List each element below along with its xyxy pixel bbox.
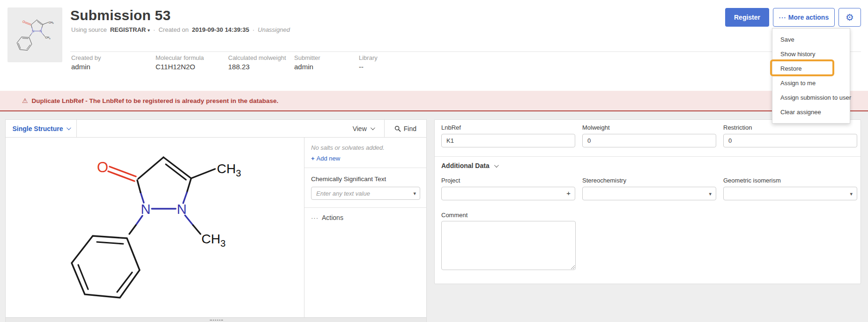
salts-note: No salts or solvates added. [311,144,426,151]
add-new-link[interactable]: + Add new [311,155,426,162]
header: Submission 53 Using source REGISTRAR ▾ ·… [0,0,868,91]
warning-text: Duplicate LnbRef - The LnbRef to be regi… [32,97,279,104]
separator-dot: · [153,26,155,33]
menu-item-save[interactable]: Save [772,32,850,47]
field-molweight: Molweight [582,124,716,147]
tab-single-structure[interactable]: Single Structure [6,120,77,137]
stereochemistry-select[interactable]: ▾ [582,187,716,200]
more-actions-button[interactable]: ···More actions [773,8,835,27]
menu-item-restore[interactable]: Restore [772,61,850,76]
lnbref-input[interactable] [442,134,575,147]
warning-icon: ⚠ [22,97,28,104]
meta-molecular-formula: Molecular formula C11H12N2O [156,54,228,71]
comment-textarea[interactable] [441,221,576,270]
drag-handle-icon[interactable] [210,320,223,321]
actions-button[interactable]: ··· Actions [311,214,426,221]
fields-row-2: Project + Stereochemistry ▾ Geometric is… [441,177,857,200]
created-on-value: 2019-09-30 14:39:35 [192,26,249,33]
settings-button[interactable]: ⚙ [838,8,861,27]
separator-dot: · [252,26,254,33]
meta-calculated-molweight: Calculated molweight 188.23 [228,54,294,71]
meta-created-by: Created by admin [71,54,156,71]
page-title: Submission 53 [70,7,171,23]
gear-icon: ⚙ [846,12,854,22]
search-icon [394,125,401,132]
restriction-input[interactable] [724,134,857,147]
canvas-resize-bar[interactable] [6,317,426,322]
subtitle-row: Using source REGISTRAR ▾ · Created on 20… [71,26,290,33]
divider [304,207,426,208]
molecule-thumbnail-icon [11,13,59,58]
additional-data-toggle[interactable]: Additional Data [441,162,497,169]
using-source-label: Using source [71,26,107,33]
duplicate-warning-banner: ⚠ Duplicate LnbRef - The LnbRef to be re… [0,91,868,111]
cst-input[interactable] [311,187,420,200]
details-card: LnbRef Molweight Restriction Additional … [434,119,861,284]
cst-input-wrap: ▾ [311,187,420,200]
source-dropdown[interactable]: REGISTRAR ▾ [110,26,150,33]
caret-down-icon: ▾ [148,28,150,33]
view-menu-button[interactable]: View [342,120,384,137]
field-geometric-isomerism: Geometric isomerism ▾ [723,177,857,200]
project-input[interactable] [442,187,575,200]
find-button[interactable]: Find [385,120,426,137]
toolbar-spacer [77,120,342,137]
divider [435,156,861,157]
menu-item-assign-to-me[interactable]: Assign to me [772,76,850,90]
structure-canvas[interactable] [6,138,304,317]
metadata-row: Created by admin Molecular formula C11H1… [71,54,378,71]
add-project-icon[interactable]: + [566,189,571,197]
meta-submitter: Submitter admin [294,54,359,71]
menu-item-assign-submission-to-user[interactable]: Assign submission to user [772,90,850,105]
plus-icon: + [311,155,315,162]
molweight-input[interactable] [583,134,716,147]
ellipsis-icon: ··· [311,214,319,221]
structure-card: Single Structure View Find No salts or s… [5,119,427,322]
divider [304,168,426,168]
geometric-isomerism-select[interactable]: ▾ [723,187,857,200]
menu-item-show-history[interactable]: Show history [772,47,850,61]
structure-thumbnail [7,7,62,62]
dropdown-caret-icon: ▾ [850,191,853,197]
register-button[interactable]: Register [725,8,769,27]
meta-library: Library -- [359,54,378,71]
chevron-down-icon [67,125,71,130]
created-on-label: Created on [158,26,188,33]
chevron-down-icon [494,163,499,168]
menu-item-clear-assignee[interactable]: Clear assignee [772,105,850,119]
more-actions-menu: Save Show history Restore Assign to me A… [772,28,850,124]
assignee-status: Unassigned [258,26,290,33]
field-restriction: Restriction [723,124,857,147]
comment-label: Comment [441,212,467,219]
submission-page: Submission 53 Using source REGISTRAR ▾ ·… [0,0,868,322]
structure-toolbar: Single Structure View Find [6,120,426,138]
cst-label: Chemically Significant Text [311,176,426,183]
header-divider [70,51,861,52]
dropdown-caret-icon: ▾ [709,191,712,197]
field-lnbref: LnbRef [441,124,575,147]
molecule-structure-drawing [43,138,268,317]
structure-side-column: No salts or solvates added. + Add new Ch… [304,138,426,317]
fields-row-1: LnbRef Molweight Restriction [441,124,857,147]
field-stereochemistry: Stereochemistry ▾ [582,177,716,200]
ellipsis-icon: ··· [779,14,786,21]
field-project: Project + [441,177,575,200]
chevron-down-icon [371,125,375,130]
